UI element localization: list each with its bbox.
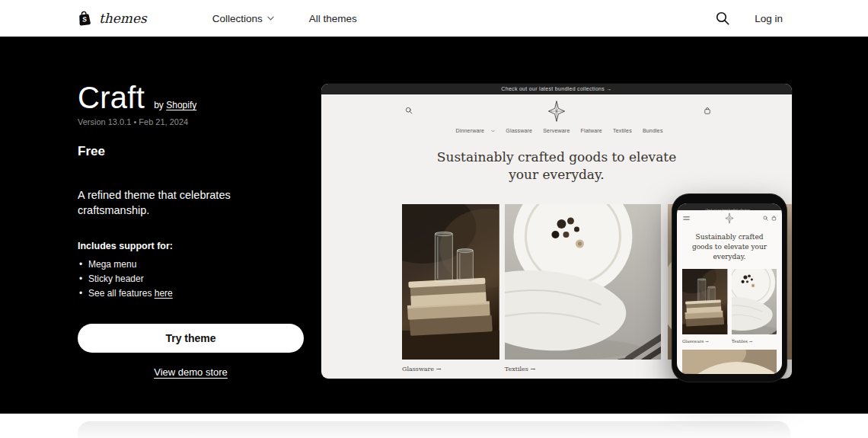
mobile-card-label: Glassware → xyxy=(682,338,723,343)
preview-nav-item: Flatware xyxy=(580,128,602,133)
try-theme-button[interactable]: Try theme xyxy=(78,324,304,353)
mobile-collection-cards: Glassware → Textiles → xyxy=(682,269,777,344)
shopify-themes-logo[interactable]: S themes xyxy=(76,10,147,27)
preview-hero-heading: Sustainably crafted goods to elevate you… xyxy=(427,149,686,184)
support-item-text: See all features xyxy=(88,288,155,299)
nav-all-themes-label: All themes xyxy=(309,13,357,24)
preview-store-header xyxy=(321,94,792,128)
preview-store-nav: Dinnerware GlasswareServewareFlatwareTex… xyxy=(321,128,792,133)
shopify-theme-store-page: { "header": { "wordmark": "themes", "log… xyxy=(0,0,868,438)
support-item: Mega menu xyxy=(78,257,304,272)
support-item: Sticky header xyxy=(78,272,304,286)
view-demo-store-link[interactable]: View demo store xyxy=(78,366,304,378)
byline-shopify-link[interactable]: Shopify xyxy=(166,100,196,110)
shopify-bag-icon: S xyxy=(76,10,93,27)
chevron-down-icon xyxy=(267,16,274,21)
theme-hero-section: Craft by Shopify Version 13.0.1 • Feb 21… xyxy=(0,37,868,414)
support-heading: Includes support for: xyxy=(78,241,304,251)
preview-nav-item: Glassware xyxy=(506,128,532,133)
mobile-card-textiles: Textiles → xyxy=(732,269,777,344)
support-list: Mega menu Sticky header See all features… xyxy=(78,257,304,302)
theme-byline: by Shopify xyxy=(154,100,196,110)
chevron-down-icon xyxy=(491,129,495,133)
byline-prefix: by xyxy=(154,100,164,110)
nav-item-collections[interactable]: Collections xyxy=(212,13,274,24)
nav-item-all-themes[interactable]: All themes xyxy=(309,13,357,24)
theme-preview-mobile: Check out our latest bundled collections… xyxy=(672,194,787,382)
textiles-image xyxy=(505,204,661,360)
bag-icon xyxy=(771,216,777,221)
login-link[interactable]: Log in xyxy=(755,13,783,24)
phone-screen: Check out our latest bundled collections… xyxy=(677,203,782,374)
mobile-announcement-bar: Check out our latest bundled collections… xyxy=(677,203,782,210)
glassware-image xyxy=(402,204,499,360)
theme-info-column: Craft by Shopify Version 13.0.1 • Feb 21… xyxy=(78,81,304,378)
theme-price: Free xyxy=(78,144,304,159)
nav-collections-label: Collections xyxy=(212,13,263,24)
preview-nav-item: Textiles xyxy=(613,128,632,133)
mobile-header-icons xyxy=(763,216,777,221)
mobile-hero-heading: Sustainably crafted goods to elevate you… xyxy=(685,232,774,262)
textiles-image xyxy=(732,269,777,334)
mobile-card-glassware: Glassware → xyxy=(682,269,728,344)
four-point-star-icon xyxy=(548,101,565,122)
preview-nav-item: Bundles xyxy=(643,128,663,133)
search-icon[interactable] xyxy=(715,11,730,26)
header-right: Log in xyxy=(715,11,783,26)
theme-title: Craft xyxy=(78,81,145,114)
search-icon xyxy=(763,216,768,221)
mobile-card-label: Textiles → xyxy=(732,338,773,343)
mobile-store-header xyxy=(677,210,782,227)
preview-card-label: Textiles → xyxy=(505,366,661,372)
next-section-card-edge xyxy=(78,421,790,438)
see-all-features-link[interactable]: here xyxy=(155,288,173,299)
support-item: See all features here xyxy=(78,286,304,301)
preview-nav-item: Serveware xyxy=(543,128,570,133)
hamburger-icon xyxy=(683,216,690,220)
bag-icon xyxy=(704,107,711,115)
theme-version: Version 13.0.1 • Feb 21, 2024 xyxy=(78,117,304,126)
preview-card-glassware: Glassware → xyxy=(402,204,499,379)
preview-card-label: Glassware → xyxy=(402,366,499,372)
theme-description: A refined theme that celebrates craftsma… xyxy=(78,187,304,219)
four-point-star-icon xyxy=(726,213,734,224)
preview-announcement-bar: Check out our latest bundled collections… xyxy=(321,84,792,94)
preview-card-textiles: Textiles → xyxy=(505,204,661,379)
themes-wordmark: themes xyxy=(99,11,147,26)
mobile-plate-image xyxy=(682,350,777,374)
glassware-image xyxy=(682,269,728,334)
next-section-strip xyxy=(0,414,868,438)
search-icon xyxy=(405,107,413,114)
preview-nav-item: Dinnerware xyxy=(450,128,495,133)
theme-title-row: Craft by Shopify xyxy=(78,81,304,114)
header-nav: Collections All themes xyxy=(212,13,357,24)
site-header: S themes Collections All themes Log in xyxy=(0,0,868,37)
